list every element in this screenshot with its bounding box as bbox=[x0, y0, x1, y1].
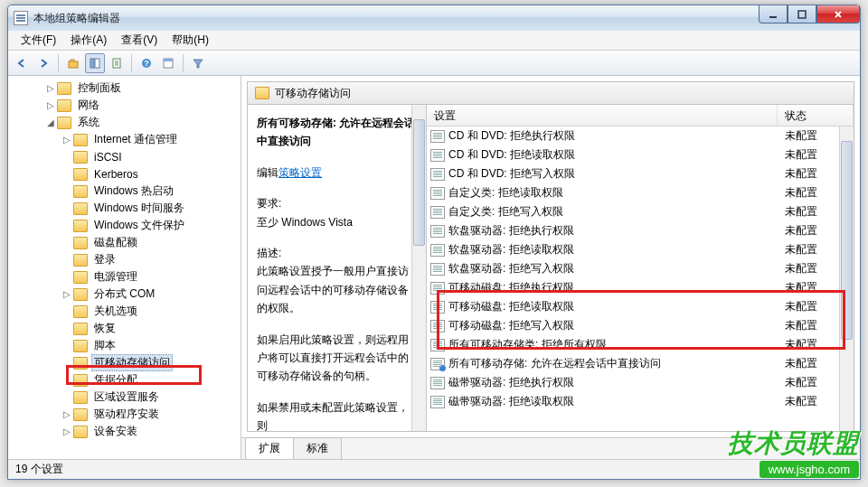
properties-button[interactable] bbox=[158, 53, 178, 73]
tree-item[interactable]: ▷Internet 通信管理 bbox=[8, 131, 241, 148]
minimize-button[interactable] bbox=[759, 5, 788, 23]
folder-icon bbox=[73, 237, 88, 249]
nav-tree[interactable]: ▷控制面板▷网络◢系统▷Internet 通信管理iSCSIKerberosWi… bbox=[8, 76, 241, 459]
export-button[interactable] bbox=[107, 53, 127, 73]
list-scrollbar[interactable] bbox=[839, 126, 854, 431]
close-button[interactable] bbox=[816, 5, 860, 23]
policy-icon bbox=[430, 396, 445, 408]
desc-scrollbar[interactable] bbox=[411, 105, 426, 431]
folder-icon bbox=[73, 288, 88, 301]
tree-item[interactable]: 凭据分配 bbox=[8, 371, 241, 389]
folder-icon bbox=[73, 305, 88, 318]
folder-icon bbox=[73, 426, 88, 438]
col-setting[interactable]: 设置 bbox=[427, 105, 778, 126]
tab-extended[interactable]: 扩展 bbox=[245, 437, 294, 459]
list-row[interactable]: 可移动磁盘: 拒绝执行权限未配置 bbox=[427, 278, 854, 297]
tree-item[interactable]: 可移动存储访问 bbox=[8, 354, 241, 371]
policy-icon bbox=[430, 377, 445, 389]
help-button[interactable]: ? bbox=[137, 53, 156, 73]
tree-item[interactable]: ▷控制面板 bbox=[8, 80, 241, 97]
tree-item[interactable]: ▷驱动程序安装 bbox=[8, 406, 241, 423]
menu-view[interactable]: 查看(V) bbox=[114, 33, 165, 48]
list-row[interactable]: 软盘驱动器: 拒绝读取权限未配置 bbox=[427, 240, 854, 259]
expand-icon[interactable]: ◢ bbox=[44, 117, 57, 127]
tree-item-label: 可移动存储访问 bbox=[91, 354, 173, 371]
up-button[interactable] bbox=[63, 53, 83, 73]
list-row[interactable]: CD 和 DVD: 拒绝写入权限未配置 bbox=[427, 164, 854, 183]
folder-icon bbox=[255, 87, 269, 99]
list-row[interactable]: 磁带驱动器: 拒绝读取权限未配置 bbox=[427, 392, 854, 411]
list-row[interactable]: 磁带驱动器: 拒绝执行权限未配置 bbox=[427, 373, 854, 392]
menu-file[interactable]: 文件(F) bbox=[14, 33, 63, 48]
tree-item[interactable]: iSCSI bbox=[8, 148, 241, 165]
folder-icon bbox=[73, 340, 88, 352]
tree-item-label: 磁盘配额 bbox=[91, 234, 140, 251]
list-row[interactable]: 可移动磁盘: 拒绝读取权限未配置 bbox=[427, 297, 854, 316]
col-state[interactable]: 状态 bbox=[778, 105, 854, 126]
expand-icon[interactable]: ▷ bbox=[44, 83, 57, 93]
folder-icon bbox=[73, 391, 88, 404]
tree-item[interactable]: Windows 热启动 bbox=[8, 183, 241, 200]
list-row[interactable]: CD 和 DVD: 拒绝执行权限未配置 bbox=[427, 126, 854, 145]
list-row[interactable]: 自定义类: 拒绝读取权限未配置 bbox=[427, 183, 854, 202]
expand-icon[interactable]: ▷ bbox=[44, 100, 57, 110]
scrollbar-thumb[interactable] bbox=[413, 119, 425, 246]
expand-icon[interactable]: ▷ bbox=[61, 289, 73, 299]
tree-item[interactable]: 恢复 bbox=[8, 320, 241, 337]
folder-icon bbox=[73, 134, 88, 146]
list-body[interactable]: CD 和 DVD: 拒绝执行权限未配置CD 和 DVD: 拒绝读取权限未配置CD… bbox=[427, 126, 854, 431]
list-row[interactable]: CD 和 DVD: 拒绝读取权限未配置 bbox=[427, 145, 854, 164]
list-row[interactable]: 所有可移动存储: 允许在远程会话中直接访问未配置 bbox=[427, 354, 854, 373]
menu-help[interactable]: 帮助(H) bbox=[165, 33, 216, 48]
app-icon bbox=[14, 11, 28, 25]
list-row[interactable]: 所有可移动存储类: 拒绝所有权限未配置 bbox=[427, 335, 854, 354]
tab-standard[interactable]: 标准 bbox=[293, 437, 342, 459]
tree-item[interactable]: 区域设置服务 bbox=[8, 389, 241, 406]
tree-item[interactable]: ▷分布式 COM bbox=[8, 286, 241, 303]
folder-icon bbox=[57, 117, 71, 129]
tree-item-label: 分布式 COM bbox=[91, 286, 157, 303]
folder-icon bbox=[73, 323, 88, 335]
back-button[interactable] bbox=[12, 53, 32, 73]
row-setting: 可移动磁盘: 拒绝写入权限 bbox=[448, 318, 785, 333]
tree-item[interactable]: 关机选项 bbox=[8, 303, 241, 320]
titlebar[interactable]: 本地组策略编辑器 bbox=[8, 5, 860, 31]
tree-item[interactable]: ▷设备安装 bbox=[8, 423, 241, 440]
svg-rect-1 bbox=[798, 11, 806, 18]
list-row[interactable]: 可移动磁盘: 拒绝写入权限未配置 bbox=[427, 316, 854, 335]
expand-icon[interactable]: ▷ bbox=[61, 135, 73, 145]
tree-item-label: 脚本 bbox=[91, 337, 118, 354]
tree-item[interactable]: 脚本 bbox=[8, 337, 241, 354]
tree-item[interactable]: 登录 bbox=[8, 251, 241, 268]
tree-item[interactable]: 磁盘配额 bbox=[8, 234, 241, 251]
list-row[interactable]: 软盘驱动器: 拒绝写入权限未配置 bbox=[427, 259, 854, 278]
toolbar-separator bbox=[58, 54, 59, 72]
scrollbar-thumb[interactable] bbox=[841, 141, 853, 340]
menu-action[interactable]: 操作(A) bbox=[63, 33, 114, 48]
show-tree-button[interactable] bbox=[85, 53, 105, 73]
expand-icon[interactable]: ▷ bbox=[61, 409, 73, 419]
tree-item[interactable]: Kerberos bbox=[8, 165, 241, 183]
tree-item-label: 网络 bbox=[75, 97, 102, 114]
row-setting: 软盘驱动器: 拒绝写入权限 bbox=[448, 261, 785, 276]
edit-policy-link[interactable]: 策略设置 bbox=[278, 166, 322, 179]
filter-button[interactable] bbox=[188, 53, 208, 73]
main-panel: 可移动存储访问 所有可移动存储: 允许在远程会话中直接访问 编辑策略设置 要求:… bbox=[241, 76, 860, 459]
folder-icon bbox=[73, 185, 88, 198]
row-setting: 可移动磁盘: 拒绝执行权限 bbox=[448, 280, 785, 295]
status-text: 19 个设置 bbox=[15, 462, 63, 477]
tree-item[interactable]: 电源管理 bbox=[8, 268, 241, 286]
tree-item[interactable]: ◢系统 bbox=[8, 114, 241, 131]
list-row[interactable]: 软盘驱动器: 拒绝执行权限未配置 bbox=[427, 221, 854, 240]
tree-item[interactable]: Windows 时间服务 bbox=[8, 200, 241, 217]
tree-item[interactable]: Windows 文件保护 bbox=[8, 217, 241, 234]
maximize-button[interactable] bbox=[788, 5, 816, 23]
tree-item-label: 区域设置服务 bbox=[91, 389, 162, 406]
expand-icon[interactable]: ▷ bbox=[61, 426, 73, 436]
tree-item-label: 登录 bbox=[91, 251, 118, 268]
policy-icon bbox=[430, 130, 445, 143]
forward-button[interactable] bbox=[33, 53, 53, 73]
row-setting: 磁带驱动器: 拒绝执行权限 bbox=[448, 375, 785, 390]
tree-item[interactable]: ▷网络 bbox=[8, 97, 241, 114]
list-row[interactable]: 自定义类: 拒绝写入权限未配置 bbox=[427, 202, 854, 221]
